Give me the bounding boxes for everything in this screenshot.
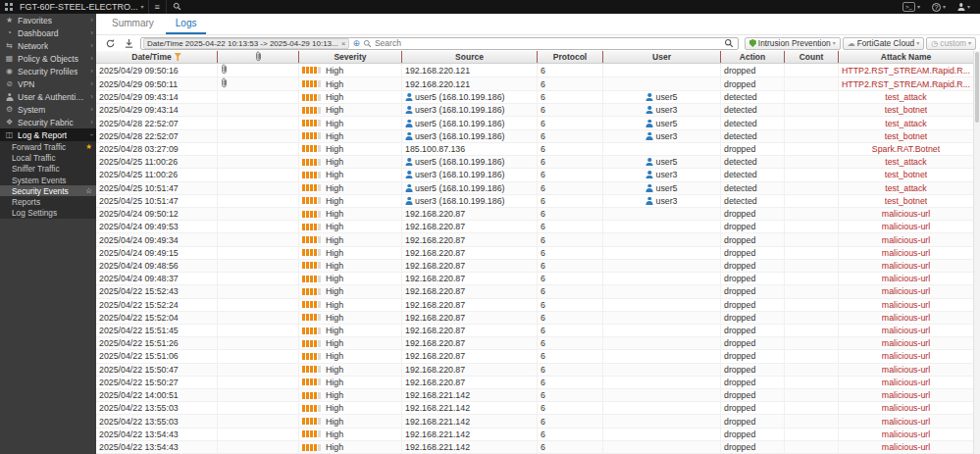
download-button[interactable] [122, 37, 136, 50]
table-row[interactable]: 2025/04/25 11:00:26Highuser5 (168.10.199… [96, 156, 973, 169]
attack-name-link[interactable]: test_attack [885, 157, 927, 167]
vertical-scrollbar[interactable] [973, 51, 980, 454]
table-row[interactable]: 2025/04/22 15:51:26High192.168.220.876dr… [96, 337, 973, 350]
attack-name-link[interactable]: test_attack [885, 92, 927, 102]
cli-console-button[interactable]: >_ ▾ [897, 0, 926, 14]
clear-filter-icon[interactable]: × [341, 39, 346, 48]
view-button-fortigate-cloud[interactable]: ☁FortiGate Cloud▾ [843, 37, 925, 50]
filter-bar[interactable]: Date/Time 2025-04-22 10:13:53 -> 2025-04… [140, 37, 739, 50]
attack-name-link[interactable]: test_botnet [885, 196, 928, 206]
sidebar-item-policy-objects[interactable]: ▦Policy & Objects› [0, 52, 96, 65]
view-button-intrusion-prevention[interactable]: Intrusion Prevention▾ [745, 37, 841, 50]
attack-name-link[interactable]: test_botnet [885, 105, 928, 115]
attack-name-link[interactable]: malicious-url [882, 351, 930, 361]
sidebar-item-network[interactable]: ⇆Network› [0, 39, 96, 52]
table-row[interactable]: 2025/04/25 10:51:47Highuser3 (168.10.199… [96, 195, 973, 208]
table-row[interactable]: 2025/04/22 15:52:04High192.168.220.876dr… [96, 312, 973, 325]
attack-name-link[interactable]: malicious-url [882, 222, 930, 231]
attack-name-link[interactable]: malicious-url [882, 429, 930, 439]
table-row[interactable]: 2025/04/25 11:00:26Highuser3 (168.10.199… [96, 169, 973, 181]
sidebar-item-security-events[interactable]: Security Events☆ [0, 185, 96, 196]
column-header-source[interactable]: Source [402, 51, 538, 63]
column-header-attack-name[interactable]: Attack Name [839, 51, 973, 63]
table-row[interactable]: 2025/04/22 15:50:47High192.168.220.876dr… [96, 364, 973, 377]
column-header-count[interactable]: Count [785, 51, 839, 63]
column-header-protocol[interactable]: Protocol [538, 51, 603, 63]
attack-name-link[interactable]: malicious-url [882, 442, 930, 452]
sidebar-item-log-report[interactable]: ◫Log & Report› [0, 128, 96, 141]
attack-name-link[interactable]: malicious-url [882, 365, 930, 375]
attack-name-link[interactable]: HTTP2.RST_STREAM.Rapid.R... [842, 79, 970, 89]
table-row[interactable]: 2025/04/22 13:55:03High192.168.221.1426d… [96, 415, 973, 428]
sidebar-item-favorites[interactable]: ★Favorites› [0, 14, 96, 26]
star-icon[interactable]: ★ [85, 142, 92, 151]
attack-name-link[interactable]: malicious-url [882, 248, 930, 258]
sidebar-item-security-profiles[interactable]: ◉Security Profiles› [0, 65, 96, 77]
column-header-severity[interactable]: Severity [299, 51, 402, 63]
attack-name-link[interactable]: malicious-url [882, 286, 930, 296]
table-row[interactable]: 2025/04/22 14:00:51High192.168.221.1426d… [96, 389, 973, 402]
user-menu-button[interactable]: ▾ [952, 0, 976, 14]
star-outline-icon[interactable]: ☆ [85, 186, 92, 195]
sidebar-item-sniffer-traffic[interactable]: Sniffer Traffic [0, 164, 96, 175]
attack-name-link[interactable]: malicious-url [882, 326, 930, 335]
table-row[interactable]: 2025/04/24 09:49:53High192.168.220.876dr… [96, 221, 973, 233]
table-row[interactable]: 2025/04/24 09:49:34High192.168.220.876dr… [96, 233, 973, 246]
column-header-date-time[interactable]: Date/Time [96, 51, 218, 63]
attack-name-link[interactable]: malicious-url [882, 300, 930, 310]
apply-search-button[interactable] [722, 37, 736, 49]
attack-name-link[interactable]: test_attack [885, 183, 927, 193]
sidebar-item-system[interactable]: ⚙System› [0, 103, 96, 116]
attack-name-link[interactable]: malicious-url [882, 378, 930, 387]
table-row[interactable]: 2025/04/28 22:52:07Highuser5 (168.10.199… [96, 117, 973, 129]
sidebar-item-forward-traffic[interactable]: Forward Traffic★ [0, 141, 96, 152]
table-row[interactable]: 2025/04/28 22:52:07Highuser3 (168.10.199… [96, 130, 973, 143]
tab-summary[interactable]: Summary [102, 15, 164, 34]
table-row[interactable]: 2025/04/22 15:51:06High192.168.220.876dr… [96, 350, 973, 363]
table-row[interactable]: 2025/04/28 03:27:09High185.100.87.1366dr… [96, 143, 973, 156]
sidebar-item-dashboard[interactable]: ◔Dashboard› [0, 26, 96, 39]
table-row[interactable]: 2025/04/24 09:48:56High192.168.220.876dr… [96, 260, 973, 273]
sidebar-item-local-traffic[interactable]: Local Traffic [0, 152, 96, 163]
attack-name-link[interactable]: malicious-url [882, 403, 930, 413]
table-row[interactable]: 2025/04/22 13:54:43High192.168.221.1426d… [96, 429, 973, 441]
refresh-button[interactable] [103, 37, 118, 50]
menu-button[interactable]: ≡ [149, 0, 166, 14]
attack-name-link[interactable]: malicious-url [882, 390, 930, 400]
attack-name-link[interactable]: test_botnet [885, 170, 928, 179]
attack-name-link[interactable]: HTTP2.RST_STREAM.Rapid.R... [842, 66, 970, 76]
column-header-user[interactable]: User [603, 51, 721, 63]
attack-name-link[interactable]: malicious-url [882, 274, 930, 283]
table-row[interactable]: 2025/04/29 09:43:14Highuser3 (168.10.199… [96, 104, 973, 117]
table-row[interactable]: 2025/04/24 09:50:12High192.168.220.876dr… [96, 208, 973, 221]
attack-name-link[interactable]: malicious-url [882, 235, 930, 245]
table-row[interactable]: 2025/04/22 15:51:45High192.168.220.876dr… [96, 325, 973, 337]
attack-name-link[interactable]: malicious-url [882, 417, 930, 427]
add-filter-icon[interactable]: ⊕ [352, 39, 360, 48]
table-row[interactable]: 2025/04/29 09:50:11High192.168.220.1216d… [96, 77, 973, 91]
table-row[interactable]: 2025/04/22 13:54:43High192.168.221.1426d… [96, 441, 973, 454]
sidebar-item-reports[interactable]: Reports [0, 196, 96, 207]
sidebar-item-vpn[interactable]: ⊘VPN› [0, 77, 96, 90]
scrollbar-thumb[interactable] [975, 52, 979, 123]
attack-name-link[interactable]: test_attack [885, 119, 927, 128]
view-button-custom[interactable]: ◷custom▾ [926, 37, 976, 50]
attack-name-link[interactable]: malicious-url [882, 313, 930, 323]
tab-logs[interactable]: Logs [166, 15, 207, 34]
sidebar-item-system-events[interactable]: System Events [0, 175, 96, 185]
table-row[interactable]: 2025/04/29 09:43:14Highuser5 (168.10.199… [96, 91, 973, 104]
attack-name-link[interactable]: malicious-url [882, 338, 930, 348]
attack-name-link[interactable]: test_botnet [885, 131, 928, 141]
attack-name-link[interactable]: malicious-url [882, 261, 930, 271]
table-row[interactable]: 2025/04/22 15:52:43High192.168.220.876dr… [96, 285, 973, 298]
sidebar-item-security-fabric[interactable]: ❖Security Fabric› [0, 116, 96, 128]
sidebar-item-user-authentication[interactable]: User & Authentication› [0, 90, 96, 103]
column-header-action[interactable]: Action [721, 51, 785, 63]
datetime-filter-pill[interactable]: Date/Time 2025-04-22 10:13:53 -> 2025-04… [143, 38, 349, 49]
device-selector[interactable]: FGT-60F-STEEL-ELECTRO... ▾ [16, 0, 148, 14]
table-row[interactable]: 2025/04/24 09:49:15High192.168.220.876dr… [96, 247, 973, 260]
table-row[interactable]: 2025/04/22 15:52:24High192.168.220.876dr… [96, 299, 973, 312]
sidebar-item-log-settings[interactable]: Log Settings [0, 208, 96, 219]
table-row[interactable]: 2025/04/25 10:51:47Highuser5 (168.10.199… [96, 182, 973, 195]
table-row[interactable]: 2025/04/22 15:50:27High192.168.220.876dr… [96, 377, 973, 389]
